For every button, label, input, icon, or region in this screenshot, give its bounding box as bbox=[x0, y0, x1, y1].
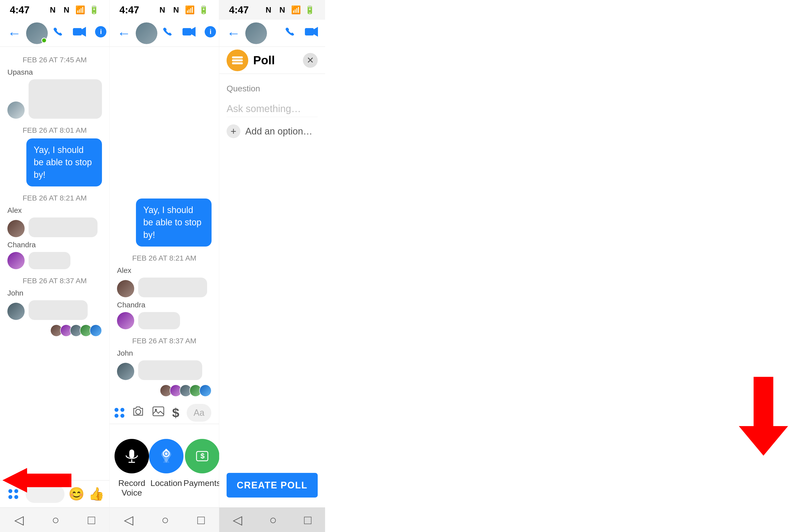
video-button-mid[interactable] bbox=[182, 25, 197, 41]
avatar-container-left bbox=[26, 22, 48, 44]
svg-point-15 bbox=[165, 453, 168, 455]
dollar-button-mid[interactable]: $ bbox=[172, 405, 179, 420]
svg-rect-27 bbox=[232, 62, 243, 64]
add-option-label: Add an option… bbox=[245, 126, 312, 137]
chat-header-poll: ← i bbox=[219, 20, 325, 47]
nav-recent-poll[interactable]: □ bbox=[304, 513, 311, 527]
battery-icon: 🔋 bbox=[89, 4, 99, 15]
date-sep-2: FEB 26 AT 8:01 AM bbox=[7, 126, 102, 134]
location-icon bbox=[149, 439, 183, 473]
payments-icon: $ bbox=[185, 439, 219, 473]
close-poll-button[interactable]: ✕ bbox=[303, 53, 318, 68]
action-location[interactable]: Location bbox=[149, 439, 183, 497]
date-sep-mid-1: FEB 26 AT 8:21 AM bbox=[117, 254, 212, 262]
payments-label: Payments bbox=[183, 478, 221, 488]
avatar-john-mid bbox=[117, 363, 134, 380]
avatar-alex-mid bbox=[117, 280, 134, 297]
back-button-poll[interactable]: ← bbox=[227, 25, 240, 41]
avatar-mid bbox=[136, 22, 157, 44]
avatar-alex-l bbox=[7, 220, 25, 237]
call-button-left[interactable] bbox=[53, 25, 65, 41]
chat-area-left: FEB 26 AT 7:45 AM Upasna FEB 26 AT 8:01 … bbox=[0, 47, 109, 480]
time-mid: 4:47 bbox=[119, 4, 139, 16]
status-icons-poll: N N 📶 🔋 bbox=[263, 4, 315, 15]
info-button-left[interactable]: i bbox=[95, 25, 107, 41]
netflix2-icon: N bbox=[61, 4, 72, 15]
camera-button-mid[interactable] bbox=[132, 405, 144, 421]
panel-mid: 4:47 N N 📶 🔋 ← i Y bbox=[110, 0, 219, 532]
msg-row-alex-l bbox=[7, 217, 102, 237]
svg-marker-1 bbox=[82, 27, 86, 37]
netflix2-icon-mid: N bbox=[171, 4, 181, 15]
dots-button-left[interactable] bbox=[5, 486, 22, 502]
poll-modal-header: Poll ✕ bbox=[219, 47, 325, 74]
emoji-button-left[interactable]: 😊 bbox=[69, 487, 84, 501]
svg-rect-4 bbox=[182, 28, 191, 36]
date-sep-3: FEB 26 AT 8:21 AM bbox=[7, 194, 102, 202]
status-bar-mid: 4:47 N N 📶 🔋 bbox=[110, 0, 219, 20]
msg-bubble-chandra-mid bbox=[138, 312, 180, 329]
nav-back-poll[interactable]: ◁ bbox=[233, 513, 242, 527]
create-poll-button[interactable]: CREATE POLL bbox=[227, 473, 318, 497]
header-actions-poll: i bbox=[285, 25, 325, 41]
nav-home-left[interactable]: ○ bbox=[52, 513, 59, 527]
chat-header-left: ← i bbox=[0, 20, 109, 47]
nav-bar-poll: ◁ ○ □ bbox=[219, 507, 325, 532]
nav-home-mid[interactable]: ○ bbox=[161, 513, 169, 527]
status-icons-mid: N N 📶 🔋 bbox=[157, 4, 209, 15]
sender-alex-l: Alex bbox=[7, 206, 102, 214]
time-left: 4:47 bbox=[10, 4, 30, 16]
svg-rect-26 bbox=[232, 59, 243, 61]
input-area-left: 😊 👍 bbox=[0, 480, 109, 507]
video-button-left[interactable] bbox=[72, 25, 87, 41]
group-avatars-mid bbox=[160, 384, 212, 397]
avatar-container-mid bbox=[136, 22, 157, 44]
msg-bubble-me-1: Yay, I should be able to stop by! bbox=[26, 138, 102, 187]
svg-rect-9 bbox=[153, 407, 164, 416]
video-button-poll[interactable] bbox=[304, 25, 319, 41]
msg-row-john-mid bbox=[117, 360, 212, 380]
action-payments[interactable]: $ Payments bbox=[183, 439, 221, 497]
msg-row-upasna bbox=[7, 79, 102, 119]
nav-back-left[interactable]: ◁ bbox=[14, 513, 24, 527]
message-input-left[interactable] bbox=[26, 485, 64, 503]
nav-bar-mid: ◁ ○ □ bbox=[110, 507, 219, 532]
header-actions-left: i bbox=[53, 25, 107, 41]
location-label: Location bbox=[151, 478, 182, 488]
message-input-mid[interactable]: Aa bbox=[187, 404, 211, 422]
svg-marker-22 bbox=[314, 27, 318, 37]
red-arrow-down-mid bbox=[739, 377, 788, 456]
svg-rect-11 bbox=[129, 450, 134, 458]
action-record-voice[interactable]: RecordVoice bbox=[115, 439, 149, 497]
panel-poll: 4:47 N N 📶 🔋 ← i bbox=[219, 0, 325, 532]
sender-chandra-l: Chandra bbox=[7, 241, 102, 249]
poll-question-input[interactable]: Ask something… bbox=[227, 101, 318, 117]
msg-row-alex-mid bbox=[117, 278, 212, 297]
nav-recent-left[interactable]: □ bbox=[88, 513, 95, 527]
dots-button-mid[interactable] bbox=[115, 404, 124, 421]
poll-add-option[interactable]: + Add an option… bbox=[227, 125, 318, 138]
svg-marker-5 bbox=[191, 27, 196, 37]
dots-icon-mid bbox=[115, 408, 124, 418]
avatar-container-poll bbox=[245, 22, 267, 44]
call-button-mid[interactable] bbox=[162, 25, 175, 41]
netflix2-icon-poll: N bbox=[277, 4, 288, 15]
group-avatars bbox=[50, 324, 102, 337]
like-button-left[interactable]: 👍 bbox=[89, 487, 104, 501]
image-button-mid[interactable] bbox=[152, 405, 165, 421]
msg-bubble-john-l bbox=[28, 300, 88, 320]
date-sep-mid-2: FEB 26 AT 8:37 AM bbox=[117, 337, 212, 345]
call-button-poll[interactable] bbox=[285, 25, 297, 41]
nav-recent-mid[interactable]: □ bbox=[197, 513, 205, 527]
back-button-left[interactable]: ← bbox=[7, 25, 21, 41]
msg-bubble-alex-l bbox=[28, 217, 98, 237]
back-button-mid[interactable]: ← bbox=[117, 25, 131, 41]
netflix-icon-poll: N bbox=[263, 4, 274, 15]
svg-text:i: i bbox=[210, 28, 212, 36]
chat-area-mid: Yay, I should be able to stop by! FEB 26… bbox=[110, 47, 219, 402]
poll-question-placeholder: Ask something… bbox=[227, 103, 301, 114]
info-button-mid[interactable]: i bbox=[204, 25, 216, 41]
nav-back-mid[interactable]: ◁ bbox=[124, 513, 133, 527]
nav-home-poll[interactable]: ○ bbox=[269, 513, 277, 527]
msg-row-me-1: Yay, I should be able to stop by! bbox=[7, 138, 102, 187]
